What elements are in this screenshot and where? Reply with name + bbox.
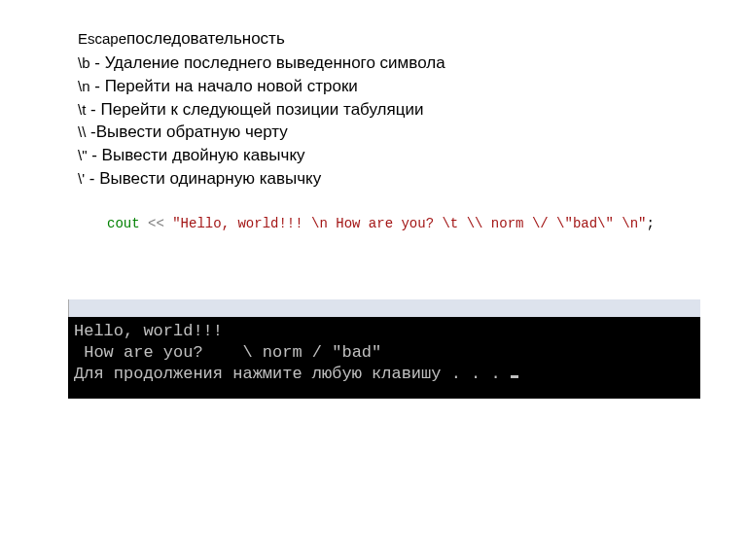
escape-row: \b - Удаление последнего выведенного сим…: [78, 52, 747, 75]
escape-code: \b: [78, 54, 90, 71]
escape-code: \': [78, 170, 85, 187]
escape-code: \n: [78, 78, 90, 94]
code-operator: <<: [140, 216, 173, 231]
escape-desc: Вывести двойную кавычку: [102, 146, 305, 164]
escape-desc: Перейти на начало новой строки: [105, 77, 358, 95]
escape-desc: Перейти к следующей позиции табуляции: [100, 100, 423, 119]
console-titlebar: [68, 299, 700, 317]
escape-row: \" - Вывести двойную кавычку: [78, 144, 747, 167]
escape-desc: Удаление последнего выведенного символа: [105, 53, 445, 72]
title-suffix: последовательность: [126, 29, 285, 48]
code-semicolon: ;: [647, 216, 655, 231]
code-string: "Hello, world!!! \n How are you? \t \\ n…: [172, 216, 646, 231]
cursor: [511, 375, 518, 378]
console-window: Hello, world!!! How are you? \ norm / "b…: [78, 299, 681, 399]
escape-desc: Вывести обратную черту: [96, 122, 288, 141]
escape-desc: Вывести одинарную кавычку: [99, 169, 321, 188]
escape-row: \t - Перейти к следующей позиции табуляц…: [78, 98, 747, 122]
escape-row: \n - Перейти на начало новой строки: [78, 75, 747, 98]
escape-word: Escape: [78, 30, 126, 47]
code-sample: cout << "Hello, world!!! \n How are you?…: [107, 216, 747, 231]
console-line: Для продолжения нажмите любую клавишу . …: [74, 365, 511, 383]
escape-code: \": [78, 147, 88, 163]
code-cout: cout: [107, 216, 140, 231]
escape-row: \' - Вывести одинарную кавычку: [78, 167, 747, 191]
console-output: Hello, world!!! How are you? \ norm / "b…: [68, 317, 700, 399]
console-line: Hello, world!!!: [74, 322, 223, 340]
console-line: How are you? \ norm / "bad": [74, 343, 381, 362]
escape-row: \\ -Вывести обратную черту: [78, 121, 747, 144]
heading: Escapeпоследовательность: [78, 29, 747, 49]
